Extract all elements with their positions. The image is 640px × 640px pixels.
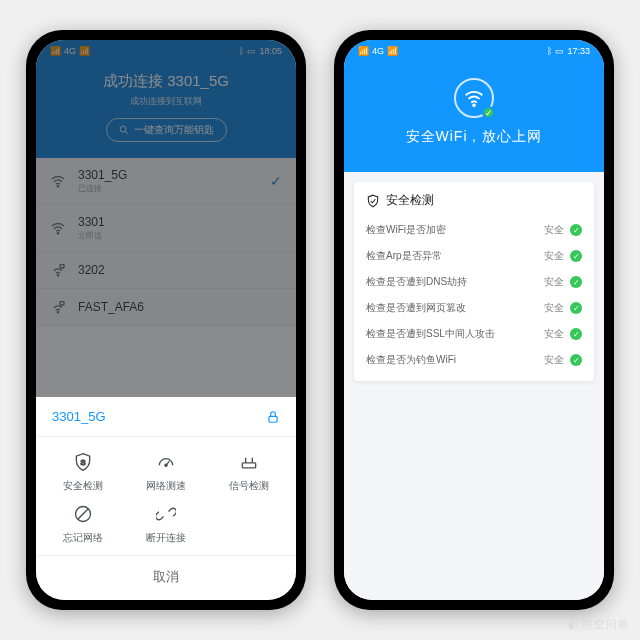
- shield-icon: S: [72, 451, 94, 473]
- check-label: 检查Arp是否异常: [366, 249, 544, 263]
- svg-rect-8: [269, 416, 277, 422]
- watermark: ◐ 悟空问答: [568, 617, 630, 632]
- security-check-button[interactable]: S 安全检测: [42, 451, 125, 493]
- card-title: 安全检测: [366, 192, 582, 209]
- shield-check-icon: [366, 194, 380, 208]
- signal-check-button[interactable]: 信号检测: [207, 451, 290, 493]
- check-badge-icon: ✓: [482, 106, 495, 119]
- action-label: 断开连接: [146, 531, 186, 545]
- svg-text:S: S: [81, 458, 86, 467]
- success-icon: ✓: [570, 302, 582, 314]
- wukong-icon: ◐: [568, 618, 579, 631]
- check-label: 检查是否遭到DNS劫持: [366, 275, 544, 289]
- action-label: 网络测速: [146, 479, 186, 493]
- network-type: 4G: [372, 46, 384, 56]
- check-label: 检查WiFi是否加密: [366, 223, 544, 237]
- check-status: 安全: [544, 327, 564, 341]
- status-bar: 📶 4G 📶 ᛒ ▭ 17:33: [344, 40, 604, 62]
- security-card: 安全检测 检查WiFi是否加密 安全 ✓ 检查Arp是否异常 安全 ✓ 检查是否…: [354, 182, 594, 381]
- action-sheet: 3301_5G S 安全检测: [36, 397, 296, 600]
- check-row: 检查是否遭到网页篡改 安全 ✓: [366, 295, 582, 321]
- check-label: 检查是否遭到SSL中间人攻击: [366, 327, 544, 341]
- speed-test-button[interactable]: 网络测速: [125, 451, 208, 493]
- success-icon: ✓: [570, 250, 582, 262]
- router-icon: [238, 451, 260, 473]
- forbid-icon: [72, 503, 94, 525]
- check-row: 检查是否遭到SSL中间人攻击 安全 ✓: [366, 321, 582, 347]
- check-row: 检查Arp是否异常 安全 ✓: [366, 243, 582, 269]
- phone-right: 📶 4G 📶 ᛒ ▭ 17:33 ✓ 安全WiFi，放心上网: [334, 30, 614, 610]
- check-row: 检查是否遭到DNS劫持 安全 ✓: [366, 269, 582, 295]
- check-status: 安全: [544, 249, 564, 263]
- phone-left: 📶 4G 📶 ᛒ ▭ 18:05 成功连接 3301_5G 成功连接到互联网: [26, 30, 306, 610]
- unlink-icon: [155, 503, 177, 525]
- wifi-safe-icon: ✓: [454, 78, 494, 118]
- sheet-title: 3301_5G: [52, 409, 106, 424]
- check-label: 检查是否遭到网页篡改: [366, 301, 544, 315]
- svg-line-16: [78, 509, 88, 519]
- action-label: 忘记网络: [63, 531, 103, 545]
- check-row: 检查WiFi是否加密 安全 ✓: [366, 217, 582, 243]
- check-status: 安全: [544, 301, 564, 315]
- check-row: 检查是否为钓鱼WiFi 安全 ✓: [366, 347, 582, 373]
- success-icon: ✓: [570, 328, 582, 340]
- action-label: 安全检测: [63, 479, 103, 493]
- success-icon: ✓: [570, 354, 582, 366]
- success-icon: ✓: [570, 276, 582, 288]
- hero-text: 安全WiFi，放心上网: [344, 128, 604, 146]
- success-icon: ✓: [570, 224, 582, 236]
- check-status: 安全: [544, 223, 564, 237]
- battery-icon: ▭: [555, 46, 564, 56]
- svg-rect-12: [242, 463, 255, 468]
- wifi-indicator-icon: 📶: [387, 46, 398, 56]
- signal-icon: 📶: [358, 46, 369, 56]
- bluetooth-icon: ᛒ: [547, 46, 552, 56]
- hero-banner: ✓ 安全WiFi，放心上网: [344, 62, 604, 172]
- svg-point-11: [165, 464, 167, 466]
- action-label: 信号检测: [229, 479, 269, 493]
- svg-point-17: [473, 104, 475, 106]
- gauge-icon: [155, 451, 177, 473]
- lock-icon: [266, 410, 280, 424]
- check-status: 安全: [544, 353, 564, 367]
- forget-network-button[interactable]: 忘记网络: [42, 503, 125, 545]
- check-status: 安全: [544, 275, 564, 289]
- cancel-button[interactable]: 取消: [36, 555, 296, 600]
- disconnect-button[interactable]: 断开连接: [125, 503, 208, 545]
- clock: 17:33: [567, 46, 590, 56]
- check-label: 检查是否为钓鱼WiFi: [366, 353, 544, 367]
